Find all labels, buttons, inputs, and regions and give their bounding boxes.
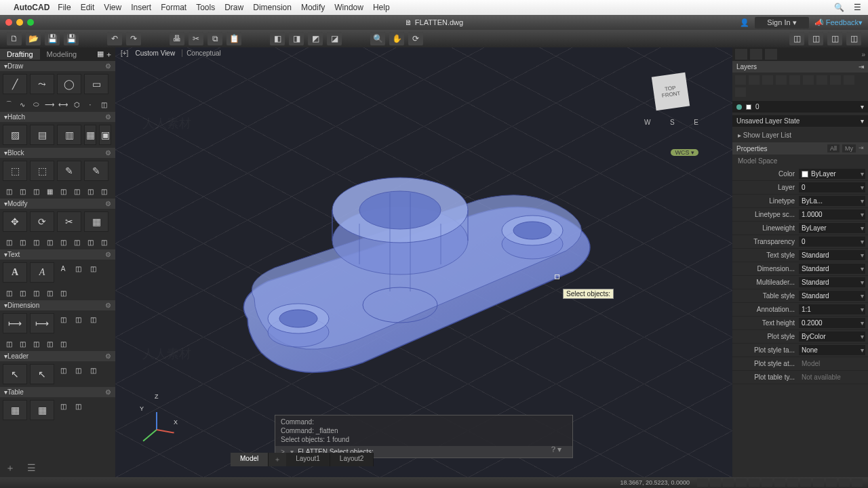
prop-value[interactable]: ByColor▾ xyxy=(799,331,865,342)
tool-g[interactable]: ◫ xyxy=(827,32,842,45)
layer-icon[interactable] xyxy=(844,75,854,85)
gear-icon[interactable]: ⚙ xyxy=(105,388,111,396)
tool-c[interactable]: ◩ xyxy=(308,32,323,45)
xline-tool[interactable]: ⟷ xyxy=(57,98,69,110)
menu-view[interactable]: View xyxy=(104,3,121,12)
status-btn[interactable] xyxy=(749,479,760,487)
layer-icon[interactable] xyxy=(735,75,746,85)
gradient-tool[interactable]: ▤ xyxy=(30,125,54,145)
dim-linear[interactable]: ⟼ xyxy=(3,313,27,333)
layer-state-select[interactable]: Unsaved Layer State▾ xyxy=(732,115,868,127)
ldr-b[interactable]: ◫ xyxy=(72,364,84,376)
close-button[interactable] xyxy=(5,19,12,26)
mod-b[interactable]: ◫ xyxy=(16,236,28,248)
blk-d[interactable]: ▦ xyxy=(43,185,56,197)
layer-icon[interactable] xyxy=(735,87,746,97)
palette-add-icon[interactable]: ＋ xyxy=(105,49,113,60)
tool-f[interactable]: ◫ xyxy=(808,32,823,45)
layer-icon[interactable] xyxy=(789,75,800,85)
menu-format[interactable]: Format xyxy=(161,3,186,12)
open-button[interactable]: 📂 xyxy=(26,32,41,45)
menu-tools[interactable]: Tools xyxy=(196,3,215,12)
dim-a[interactable]: ◫ xyxy=(57,313,69,325)
prop-value[interactable]: Standard▾ xyxy=(799,277,865,287)
txt2-c[interactable]: ◫ xyxy=(30,287,42,299)
arc-tool[interactable]: ⌒ xyxy=(3,98,15,110)
feedback-button[interactable]: 📣 Feedback▾ xyxy=(814,18,863,27)
menu-dimension[interactable]: Dimension xyxy=(253,3,292,12)
tool-b[interactable]: ◨ xyxy=(289,32,304,45)
model-space[interactable]: Model Space xyxy=(732,155,868,167)
viewcube[interactable]: TOPFRONT WES xyxy=(644,68,698,122)
status-btn[interactable] xyxy=(813,479,824,487)
paste-button[interactable]: 📋 xyxy=(226,32,241,45)
dim2-e[interactable]: ◫ xyxy=(57,338,69,350)
add-palette[interactable]: ＋ xyxy=(5,462,15,474)
boundary-tool[interactable]: ▥ xyxy=(57,125,81,145)
blk-e[interactable]: ◫ xyxy=(57,185,69,197)
block-insert[interactable]: ⬚ xyxy=(3,161,27,181)
gear-icon[interactable]: ⚙ xyxy=(105,352,111,360)
sec-text[interactable]: Text xyxy=(7,251,20,258)
menu-help[interactable]: Help xyxy=(373,3,390,12)
prop-row[interactable]: Text styleStandard▾ xyxy=(732,249,868,262)
mod-g[interactable]: ◫ xyxy=(84,236,96,248)
prop-tab-all[interactable]: All xyxy=(827,144,840,152)
sec-leader[interactable]: Leader xyxy=(7,352,28,360)
prop-row[interactable]: Linetype sc...1.0000▾ xyxy=(732,208,868,222)
blk-b[interactable]: ◫ xyxy=(16,185,28,197)
mod-a[interactable]: ◫ xyxy=(3,236,15,248)
status-btn[interactable] xyxy=(710,479,721,487)
minimize-button[interactable] xyxy=(16,19,23,26)
command-line[interactable]: Command: Command: _flatten Select object… xyxy=(275,415,573,458)
txt2-a[interactable]: ◫ xyxy=(3,287,15,299)
menu-window[interactable]: Window xyxy=(334,3,363,12)
status-btn[interactable] xyxy=(723,479,734,487)
block-create[interactable]: ⬚ xyxy=(30,161,54,181)
pan-button[interactable]: ✋ xyxy=(389,32,404,45)
zoom-button[interactable] xyxy=(27,19,34,26)
menu-insert[interactable]: Insert xyxy=(131,3,151,12)
layer-icon[interactable] xyxy=(762,75,773,85)
gear-icon[interactable]: ⚙ xyxy=(105,149,111,157)
orbit-button[interactable]: ⟳ xyxy=(408,32,423,45)
menu-draw[interactable]: Draw xyxy=(224,3,243,12)
prop-row[interactable]: Annotation...1:1▾ xyxy=(732,303,868,317)
tool-e[interactable]: ◫ xyxy=(789,32,804,45)
prop-row[interactable]: Plot table ty...Not available xyxy=(732,371,868,384)
table2-tool[interactable]: ▦ xyxy=(30,400,54,420)
rtab-2[interactable] xyxy=(750,49,762,60)
dim-aligned[interactable]: ⟼ xyxy=(30,313,54,333)
block-edit[interactable]: ✎ xyxy=(57,161,81,181)
status-btn[interactable] xyxy=(839,479,850,487)
prop-row[interactable]: Multileader...Standard▾ xyxy=(732,276,868,289)
leader-tool[interactable]: ↖ xyxy=(3,364,27,384)
saveas-button[interactable]: 💾 xyxy=(64,32,79,45)
prop-tab-my[interactable]: My xyxy=(842,144,856,152)
dim-b[interactable]: ◫ xyxy=(72,313,84,325)
prop-value[interactable]: 0▾ xyxy=(799,237,865,247)
txt-b[interactable]: ◫ xyxy=(72,262,84,274)
layer-icon[interactable] xyxy=(776,75,787,85)
menu-modify[interactable]: Modify xyxy=(301,3,325,12)
text-tool[interactable]: A xyxy=(30,262,54,283)
table-tool[interactable]: ▦ xyxy=(3,400,27,420)
prop-value[interactable]: Standard▾ xyxy=(799,250,865,260)
tbl-a[interactable]: ◫ xyxy=(57,400,69,412)
tab-drafting[interactable]: Drafting xyxy=(0,49,40,60)
status-btn[interactable] xyxy=(736,479,747,487)
gear-icon[interactable]: ⚙ xyxy=(105,62,111,70)
wcs-badge[interactable]: WCS ▾ xyxy=(671,149,698,156)
save-button[interactable]: 💾 xyxy=(45,32,60,45)
list-icon[interactable]: ☰ xyxy=(854,3,861,12)
blk-f[interactable]: ◫ xyxy=(71,185,83,197)
rtab-1[interactable] xyxy=(735,49,747,60)
drawing-canvas[interactable]: [+] Custom View Conceptual TOPFRONT WES … xyxy=(115,47,732,477)
mod-f[interactable]: ◫ xyxy=(71,236,83,248)
rtab-expand[interactable]: » xyxy=(861,51,865,58)
blk-h[interactable]: ◫ xyxy=(98,185,110,197)
zoom-button[interactable]: 🔍 xyxy=(370,32,385,45)
polyline-tool[interactable]: ⤳ xyxy=(30,74,54,94)
prop-value[interactable]: None▾ xyxy=(799,345,865,355)
palette-grid-icon[interactable]: ▦ xyxy=(97,49,104,60)
